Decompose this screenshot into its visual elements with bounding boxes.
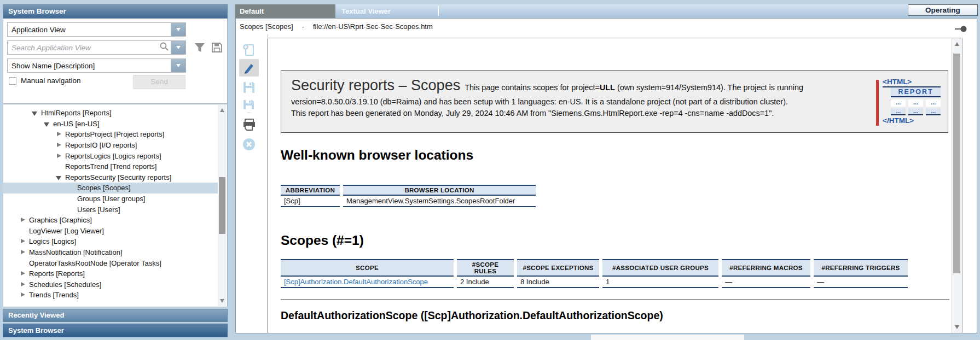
logo-report-label: REPORT (891, 87, 941, 97)
send-button[interactable]: Send (133, 75, 185, 89)
scroll-down-icon[interactable] (955, 325, 959, 329)
table-cell: 2 Include (457, 277, 514, 288)
tree-item-groups[interactable]: Groups [User groups] (3, 194, 218, 204)
tree-item-graphics[interactable]: Graphics [Graphics] (3, 215, 218, 226)
tree-item-label: MassNotification [Notification] (29, 248, 123, 256)
expander-expanded-icon[interactable] (44, 121, 50, 127)
tree-item-scopes[interactable]: Scopes [Scopes] (3, 183, 218, 194)
column-header: BROWSER LOCATION (343, 185, 536, 196)
content-scrollbar[interactable] (952, 38, 962, 333)
chevron-down-icon[interactable] (171, 23, 185, 36)
breadcrumb: Scopes [Scopes]-file://en-US\Rprt-Sec-Se… (240, 22, 433, 31)
logo-grid-cell: ... (908, 108, 923, 115)
tree-items: HtmlReports [Reports]en-US [en-US]Report… (3, 108, 227, 301)
breadcrumb-object: Scopes [Scopes] (240, 22, 293, 31)
application-window: System Browser Application View Show Nam… (0, 0, 980, 340)
report-generated-line: This report has been generated on Monday… (291, 109, 774, 118)
logo-grid-cell: ... (891, 99, 906, 107)
tree-item-schedules[interactable]: Schedules [Schedules] (3, 279, 218, 290)
tree-item-en-us[interactable]: en-US [en-US] (3, 119, 218, 130)
expander-placeholder (68, 185, 74, 191)
tree-item-operatortasksrootnode[interactable]: OperatorTasksRootNode [Operator Tasks] (3, 257, 218, 268)
expander-collapsed-icon[interactable] (56, 153, 62, 159)
tree-item-logviewer[interactable]: LogViewer [Log Viewer] (3, 226, 218, 237)
tree-item-massnotification[interactable]: MassNotification [Notification] (3, 247, 218, 258)
expander-placeholder (68, 196, 74, 202)
tree-item-reportstrend[interactable]: ReportsTrend [Trend reports] (3, 161, 218, 172)
expander-collapsed-icon[interactable] (20, 217, 26, 223)
tree-scrollbar[interactable] (218, 105, 227, 306)
view-selector-combo[interactable]: Application View (7, 22, 186, 37)
section-heading-browser-locations: Well-known browser locations (281, 148, 473, 163)
save-filter-icon[interactable] (211, 42, 223, 56)
print-icon[interactable] (241, 117, 257, 132)
tree-item-label: ReportsSecurity [Security reports] (65, 173, 171, 181)
scope-link[interactable]: [Scp]Authorization.DefaultAuthorizationS… (284, 278, 428, 286)
chevron-down-icon[interactable] (171, 59, 185, 72)
logo-html-open: <HTML> (883, 78, 941, 87)
expander-expanded-icon[interactable] (56, 174, 62, 180)
recently-viewed-bar[interactable]: Recently Viewed (3, 309, 228, 322)
tab-separator (438, 6, 439, 16)
tree-scrollbar-thumb[interactable] (219, 177, 225, 234)
system-browser-controls: Application View Show Name [Description]… (3, 19, 228, 104)
tree-item-label: OperatorTasksRootNode [Operator Tasks] (29, 259, 161, 267)
table-cell: 8 Include (517, 277, 599, 288)
expander-expanded-icon[interactable] (32, 110, 38, 116)
tree-item-htmlreports[interactable]: HtmlReports [Reports] (3, 108, 218, 119)
table-cell: ManagementView.SystemSettings.ScopesRoot… (343, 196, 536, 207)
tree-item-reports[interactable]: Reports [Reports] (3, 268, 218, 279)
expander-collapsed-icon[interactable] (20, 238, 26, 244)
tree-item-users[interactable]: Users [Users] (3, 204, 218, 215)
tab-default[interactable]: Default (235, 4, 335, 18)
tree-item-reportssecurity[interactable]: ReportsSecurity [Security reports] (3, 172, 218, 183)
scroll-up-icon[interactable] (955, 42, 959, 46)
column-header: #ASSOCIATED USER GROUPS (602, 259, 718, 277)
filter-icon[interactable] (193, 42, 206, 56)
edit-report-icon[interactable] (241, 60, 257, 75)
breadcrumb-url: file://en-US\Rprt-Sec-Sec-Scopes.htm (313, 22, 433, 31)
system-browser-bottom-bar[interactable]: System Browser (3, 324, 228, 337)
system-browser-header[interactable]: System Browser (3, 4, 228, 19)
report-title: Security reports – Scopes (291, 77, 460, 93)
system-browser-tree: HtmlReports [Reports]en-US [en-US]Report… (3, 104, 228, 307)
tree-item-trends[interactable]: Trends [Trends] (3, 290, 218, 301)
expander-placeholder (56, 163, 62, 169)
tree-item-logics[interactable]: Logics [Logics] (3, 236, 218, 247)
expander-collapsed-icon[interactable] (56, 142, 62, 148)
operating-mode-button[interactable]: Operating (908, 4, 978, 16)
tree-item-label: ReportsIO [I/O reports] (65, 141, 137, 149)
save-icon[interactable] (241, 80, 257, 95)
new-report-icon[interactable] (241, 43, 257, 58)
manual-navigation-label: Manual navigation (21, 77, 81, 85)
scroll-down-icon[interactable] (220, 299, 224, 303)
scroll-up-icon[interactable] (220, 108, 224, 112)
column-header: SCOPE (281, 259, 454, 277)
tab-textual-viewer[interactable]: Textual Viewer (341, 4, 391, 18)
browser-locations-table: ABBREVIATIONBROWSER LOCATION[Scp]Managem… (281, 185, 539, 207)
tree-item-reportsio[interactable]: ReportsIO [I/O reports] (3, 140, 218, 151)
logo-grid-cell: ... (926, 99, 941, 107)
logo-grid: .................. (891, 99, 941, 115)
pin-icon[interactable] (954, 25, 967, 34)
table-row: [Scp]Authorization.DefaultAuthorizationS… (281, 277, 908, 288)
save-as-icon[interactable]: ... (241, 98, 257, 114)
report-header-box: Security reports – ScopesThis page conta… (281, 70, 948, 133)
content-scrollbar-thumb[interactable] (953, 54, 960, 273)
expander-collapsed-icon[interactable] (20, 292, 26, 298)
manual-navigation-checkbox[interactable] (9, 77, 16, 85)
expander-collapsed-icon[interactable] (56, 131, 62, 137)
close-icon[interactable] (241, 137, 257, 152)
search-input[interactable] (8, 44, 159, 52)
tree-item-label: Graphics [Graphics] (29, 216, 92, 224)
tree-item-reportslogics[interactable]: ReportsLogics [Logics reports] (3, 150, 218, 161)
tree-item-label: ReportsProject [Project reports] (65, 130, 164, 138)
expander-collapsed-icon[interactable] (20, 282, 26, 288)
tree-item-label: LogViewer [Log Viewer] (29, 227, 104, 235)
section-heading-default-scope: DefaultAuthorizationScope ([Scp]Authoriz… (281, 309, 663, 322)
tree-item-reportsproject[interactable]: ReportsProject [Project reports] (3, 129, 218, 140)
search-options-chevron-icon[interactable] (171, 41, 185, 54)
expander-collapsed-icon[interactable] (20, 249, 26, 255)
display-mode-combo[interactable]: Show Name [Description] (7, 58, 186, 73)
expander-collapsed-icon[interactable] (20, 271, 26, 277)
